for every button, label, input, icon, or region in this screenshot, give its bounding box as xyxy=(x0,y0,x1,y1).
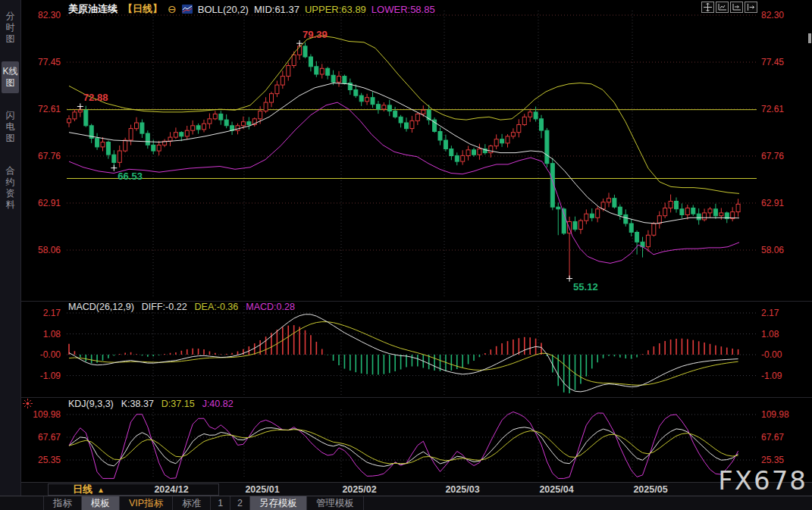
kdj-k-value: K:38.37 xyxy=(121,399,154,409)
candlestick-series xyxy=(67,42,741,279)
boll-bands xyxy=(69,36,739,264)
svg-text:25.35: 25.35 xyxy=(761,455,784,465)
sidebar-item-lightning-chart[interactable]: 闪电图 xyxy=(2,105,19,149)
tab-template-2[interactable]: 2 xyxy=(230,496,250,510)
chart-tool-icons xyxy=(701,2,757,13)
tab-vip-indicators[interactable]: VIP指标 xyxy=(120,496,173,510)
sidebar-item-time-chart[interactable]: 分时图 xyxy=(2,6,19,49)
kdj-header: KDJ(9,3,3) K:38.37 D:37.15 J:40.82 xyxy=(68,399,234,409)
x-axis-date: 2025/03 xyxy=(445,484,479,495)
svg-text:1.08: 1.08 xyxy=(43,329,61,339)
x-axis-date: 2025/05 xyxy=(633,484,667,495)
x-axis-date: 2025/01 xyxy=(245,484,279,495)
svg-text:77.45: 77.45 xyxy=(38,57,61,67)
price-annotations xyxy=(77,40,572,281)
x-axis-date: 2025/02 xyxy=(342,484,376,495)
tab-manage-templates[interactable]: 管理模板 xyxy=(307,496,364,510)
svg-text:-1.09: -1.09 xyxy=(40,371,61,381)
shift-right-icon[interactable] xyxy=(745,2,757,13)
kdj-panel xyxy=(69,412,738,479)
boll-params-label: BOLL(20,2) xyxy=(198,4,249,15)
svg-text:58.06: 58.06 xyxy=(761,245,784,255)
scrollbar-thumb[interactable] xyxy=(808,33,811,43)
x-axis-row: 日线▲ 2024/122025/012025/022025/032025/042… xyxy=(21,482,812,496)
tab-save-template[interactable]: 另存模板 xyxy=(250,496,307,510)
left-sidebar: 分时图 K线图 闪电图 合约资料 xyxy=(0,0,21,496)
svg-text:72.61: 72.61 xyxy=(761,104,784,114)
svg-text:67.76: 67.76 xyxy=(761,151,784,161)
x-axis-date: 2025/04 xyxy=(539,484,573,495)
sidebar-item-contract-info[interactable]: 合约资料 xyxy=(2,161,19,215)
svg-text:2.17: 2.17 xyxy=(761,308,779,318)
kdj-params-label: KDJ(9,3,3) xyxy=(68,399,114,409)
tab-template-1[interactable]: 1 xyxy=(211,496,230,510)
macd-params-label: MACD(26,12,9) xyxy=(68,302,134,312)
svg-text:82.30: 82.30 xyxy=(761,10,784,20)
svg-text:66.53: 66.53 xyxy=(118,171,143,182)
sidebar-item-kline-chart[interactable]: K线图 xyxy=(2,61,19,93)
svg-text:109.98: 109.98 xyxy=(33,409,61,420)
svg-text:82.30: 82.30 xyxy=(38,10,61,20)
axis-scale-icon[interactable] xyxy=(716,2,729,13)
svg-text:109.98: 109.98 xyxy=(761,409,789,420)
tab-standard[interactable]: 标准 xyxy=(173,496,211,510)
svg-text:72.88: 72.88 xyxy=(83,92,108,103)
boll-upper-value: UPPER:63.89 xyxy=(305,4,366,15)
macd-dea-value: DEA:-0.36 xyxy=(195,302,239,312)
period-tag: 【日线】 xyxy=(123,2,162,16)
kdj-j-value: J:40.82 xyxy=(202,399,234,409)
tab-indicators[interactable]: 指标 xyxy=(43,496,82,510)
svg-text:72.61: 72.61 xyxy=(38,104,61,114)
alert-flash-icon[interactable] xyxy=(23,398,33,411)
bottom-toolbar: 指标 模板 VIP指标 标准 1 2 另存模板 管理模板 xyxy=(0,496,812,510)
macd-macd-value: MACD:0.28 xyxy=(246,302,295,312)
svg-text:25.35: 25.35 xyxy=(38,455,61,465)
svg-text:-0.00: -0.00 xyxy=(761,349,782,360)
crosshair-icon[interactable] xyxy=(701,2,714,13)
fx678-watermark: FX678 xyxy=(718,465,807,496)
boll-lower-value: LOWER:58.85 xyxy=(372,4,435,15)
svg-text:-0.00: -0.00 xyxy=(40,349,61,360)
trading-terminal: 82.3082.3077.4577.4572.6172.6167.7667.76… xyxy=(0,0,812,510)
period-arrow-icon: ▲ xyxy=(97,486,105,494)
svg-text:1.08: 1.08 xyxy=(761,329,779,339)
svg-text:-1.09: -1.09 xyxy=(761,371,782,381)
chart-canvas[interactable]: 82.3082.3077.4577.4572.6172.6167.7667.76… xyxy=(0,0,812,510)
symbol-name: 美原油连续 xyxy=(68,2,118,16)
x-axis-date: 2024/12 xyxy=(154,484,188,495)
svg-text:2.17: 2.17 xyxy=(43,308,61,318)
period-selector[interactable]: 日线▲ xyxy=(48,483,219,496)
svg-text:67.76: 67.76 xyxy=(38,151,61,161)
collapse-minus-icon[interactable]: ⊖ xyxy=(168,3,177,15)
macd-diff-value: DIFF:-0.22 xyxy=(142,302,187,312)
svg-text:67.67: 67.67 xyxy=(38,432,61,443)
tab-templates[interactable]: 模板 xyxy=(82,496,120,510)
boll-mid-value: MID:61.37 xyxy=(254,4,299,15)
macd-panel xyxy=(69,314,738,393)
axis-pan-icon[interactable] xyxy=(730,2,743,13)
svg-text:77.45: 77.45 xyxy=(761,57,784,67)
kdj-d-value: D:37.15 xyxy=(161,399,195,409)
period-label: 日线 xyxy=(73,483,92,495)
svg-text:62.91: 62.91 xyxy=(761,198,784,208)
indicator-thumbnail-icon[interactable] xyxy=(182,5,193,14)
svg-text:55.12: 55.12 xyxy=(573,281,598,293)
macd-header: MACD(26,12,9) DIFF:-0.22 DEA:-0.36 MACD:… xyxy=(68,302,295,312)
svg-text:62.91: 62.91 xyxy=(38,198,61,208)
chart-header: 美原油连续 【日线】 ⊖ BOLL(20,2) MID:61.37 UPPER:… xyxy=(68,2,435,16)
svg-text:58.06: 58.06 xyxy=(38,245,61,255)
svg-text:79.39: 79.39 xyxy=(303,29,328,40)
svg-text:67.67: 67.67 xyxy=(761,432,784,443)
